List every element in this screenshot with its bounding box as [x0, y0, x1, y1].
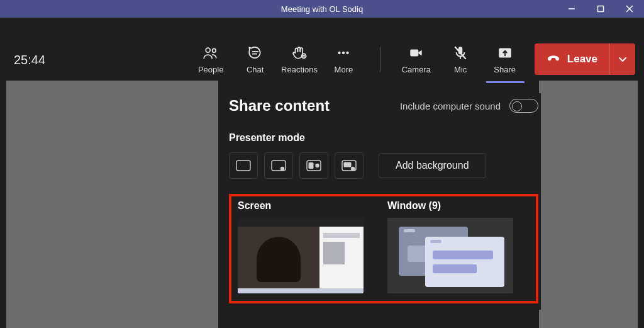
- presenter-mode-row: Add background: [229, 152, 538, 179]
- presenter-mode-reporter[interactable]: [335, 152, 364, 179]
- camera-icon: [408, 45, 425, 61]
- leave-label: Leave: [567, 53, 597, 65]
- people-button[interactable]: People: [189, 39, 233, 79]
- svg-point-5: [213, 48, 216, 52]
- share-screen-label: Screen: [238, 200, 364, 212]
- reactions-label: Reactions: [281, 65, 318, 74]
- svg-rect-23: [309, 162, 314, 169]
- include-sound-label: Include computer sound: [400, 101, 501, 111]
- share-screen-column: Screen: [238, 200, 364, 293]
- chat-icon: [247, 45, 264, 61]
- share-content-panel: Share content Include computer sound Pre…: [226, 93, 541, 310]
- close-button[interactable]: [615, 0, 644, 18]
- share-options-highlight: Screen Window (9): [229, 194, 538, 303]
- svg-point-10: [304, 55, 305, 55]
- chat-button[interactable]: Chat: [233, 39, 277, 79]
- more-label: More: [335, 65, 353, 74]
- share-window-label: Window (9): [387, 200, 513, 212]
- video-tile-left: [6, 81, 218, 328]
- svg-point-13: [347, 51, 349, 54]
- hangup-icon: [546, 52, 561, 67]
- mic-muted-icon: [452, 45, 469, 61]
- presenter-mode-standout[interactable]: [264, 152, 293, 179]
- maximize-button[interactable]: [586, 0, 615, 18]
- add-background-button[interactable]: Add background: [379, 153, 486, 178]
- share-title: Share content: [229, 97, 330, 115]
- reactions-button[interactable]: Reactions: [277, 39, 321, 79]
- svg-point-21: [280, 167, 284, 171]
- share-window-column: Window (9): [387, 200, 513, 293]
- meeting-toolbar: People Chat Reactions More Camera: [189, 35, 635, 83]
- more-icon: [335, 45, 352, 61]
- toolbar-divider: [366, 47, 394, 72]
- camera-button[interactable]: Camera: [394, 39, 438, 79]
- share-screen-option[interactable]: [238, 218, 364, 293]
- mic-button[interactable]: Mic: [438, 39, 482, 79]
- maximize-icon: [597, 5, 604, 13]
- svg-point-11: [338, 51, 341, 54]
- include-sound-toggle[interactable]: [509, 99, 538, 113]
- svg-rect-1: [598, 6, 604, 12]
- svg-rect-26: [344, 162, 352, 167]
- svg-rect-19: [236, 161, 250, 171]
- include-sound-row: Include computer sound: [400, 99, 538, 113]
- chevron-down-icon: [618, 54, 628, 64]
- svg-point-27: [351, 167, 355, 171]
- share-window-option[interactable]: [387, 218, 513, 293]
- camera-label: Camera: [402, 65, 431, 74]
- minimize-button[interactable]: [557, 0, 586, 18]
- titlebar: Meeting with OL Sodiq: [0, 0, 644, 18]
- mic-label: Mic: [454, 65, 467, 74]
- presenter-mode-content-only[interactable]: [229, 152, 258, 179]
- presenter-mode-side-by-side[interactable]: [299, 152, 328, 179]
- close-icon: [626, 5, 633, 13]
- people-icon: [203, 45, 219, 61]
- reactions-icon: [291, 45, 308, 61]
- chat-label: Chat: [247, 65, 264, 74]
- people-label: People: [198, 65, 223, 74]
- svg-point-12: [342, 51, 345, 54]
- share-icon: [497, 45, 513, 61]
- leave-group: Leave: [535, 43, 635, 75]
- share-button[interactable]: Share: [482, 39, 526, 79]
- presenter-mode-label: Presenter mode: [229, 132, 538, 144]
- window-title: Meeting with OL Sodiq: [281, 4, 363, 14]
- svg-point-9: [303, 55, 303, 55]
- svg-point-24: [315, 164, 319, 167]
- video-tile-right: [539, 81, 638, 328]
- meeting-stage: 25:44 People Chat Reactions More: [0, 18, 644, 328]
- minimize-icon: [568, 5, 575, 13]
- meeting-timer: 25:44: [14, 53, 45, 67]
- more-button[interactable]: More: [321, 39, 365, 79]
- svg-point-4: [206, 48, 210, 52]
- leave-options-button[interactable]: [609, 43, 635, 75]
- leave-button[interactable]: Leave: [535, 43, 609, 75]
- svg-rect-14: [410, 49, 418, 56]
- share-label: Share: [494, 65, 516, 74]
- window-controls: [557, 0, 644, 18]
